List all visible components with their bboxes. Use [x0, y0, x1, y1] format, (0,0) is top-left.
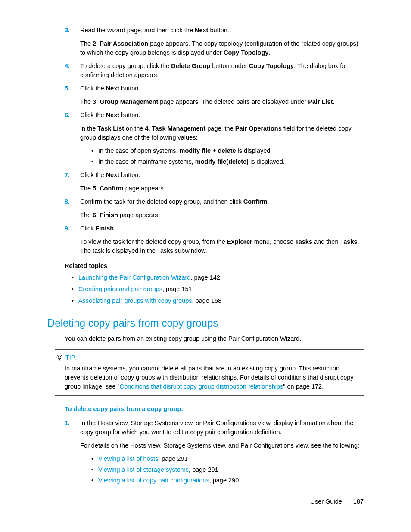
procedure-step: 4.To delete a copy group, click the Dele… [65, 62, 364, 80]
cross-reference-link[interactable]: Associating pair groups with copy groups [78, 297, 192, 304]
bullet-item: Viewing a list of copy pair configuratio… [91, 476, 364, 485]
related-topics-heading: Related topics [65, 261, 364, 271]
procedure-step: 9.Click Finish.To view the task for the … [65, 224, 364, 255]
step-text: Read the wizard page, and then click the… [80, 26, 364, 35]
cross-reference-link[interactable]: Viewing a list of storage systems [98, 466, 189, 473]
procedure-step: 1.In the Hosts view, Storage Systems vie… [65, 419, 364, 485]
step-followup: To view the task for the deleted copy gr… [80, 237, 364, 255]
procedure-step: 5.Click the Next button.The 3. Group Man… [65, 84, 364, 106]
procedure-step: 7.Click the Next button.The 5. Confirm p… [65, 171, 364, 193]
footer-page-number: 187 [353, 498, 364, 505]
svg-line-6 [57, 355, 58, 356]
tip-block: TIP: In mainframe systems, you cannot de… [55, 349, 364, 396]
procedure-step: 6.Click the Next button.In the Task List… [65, 111, 364, 166]
procedure-steps-a: 3.Read the wizard page, and then click t… [65, 26, 364, 255]
related-item: Launching the Pair Configuration Wizard,… [72, 273, 364, 282]
cross-reference-link[interactable]: Conditions that disrupt copy group distr… [120, 383, 283, 390]
cross-reference-link[interactable]: Viewing a list of copy pair configuratio… [98, 477, 209, 484]
related-item: Creating pairs and pair groups, page 151 [72, 285, 364, 294]
step-number: 6. [65, 111, 70, 120]
step-text: To delete a copy group, click the Delete… [80, 62, 364, 80]
step-text: Confirm the task for the deleted copy gr… [80, 197, 364, 206]
cross-reference-link[interactable]: Launching the Pair Configuration Wizard [78, 274, 190, 281]
step-followup: The 5. Confirm page appears. [80, 184, 364, 193]
step-followup: The 3. Group Management page appears. Th… [80, 97, 364, 106]
related-item: Associating pair groups with copy groups… [72, 296, 364, 305]
related-topics-list: Launching the Pair Configuration Wizard,… [72, 273, 364, 305]
step-text: In the Hosts view, Storage Systems view,… [80, 419, 364, 437]
step-text: Click the Next button. [80, 111, 364, 120]
step-text: Click the Next button. [80, 84, 364, 93]
cross-reference-link[interactable]: Viewing a list of hosts [98, 455, 158, 462]
step-number: 7. [65, 171, 70, 180]
tip-icon [56, 355, 63, 361]
bullet-item: In the case of open systems, modify file… [91, 146, 364, 156]
procedure-heading: To delete copy pairs from a copy group: [65, 404, 364, 414]
step-link-bullets: Viewing a list of hosts, page 291Viewing… [91, 454, 364, 485]
step-number: 5. [65, 84, 70, 93]
document-page: 3.Read the wizard page, and then click t… [0, 0, 411, 532]
step-number: 4. [65, 62, 70, 71]
svg-line-7 [61, 355, 62, 356]
step-text: Click Finish. [80, 224, 364, 233]
step-number: 9. [65, 224, 70, 233]
procedure-steps-b: 1.In the Hosts view, Storage Systems vie… [65, 419, 364, 485]
bullet-item: Viewing a list of hosts, page 291 [91, 454, 364, 464]
section-heading: Deleting copy pairs from copy groups [47, 316, 364, 331]
step-followup: For details on the Hosts view, Storage S… [80, 441, 364, 450]
step-text: Click the Next button. [80, 171, 364, 180]
tip-label: TIP: [65, 353, 77, 362]
step-number: 3. [65, 26, 70, 35]
bullet-item: In the case of mainframe systems, modify… [91, 157, 364, 166]
procedure-step: 8.Confirm the task for the deleted copy … [65, 197, 364, 220]
svg-point-0 [58, 356, 61, 359]
step-number: 8. [65, 197, 70, 206]
bullet-item: Viewing a list of storage systems, page … [91, 465, 364, 474]
section-intro: You can delete pairs from an existing co… [65, 334, 364, 343]
step-number: 1. [65, 419, 70, 428]
tip-text: In mainframe systems, you cannot delete … [65, 364, 364, 391]
cross-reference-link[interactable]: Creating pairs and pair groups [78, 286, 162, 292]
footer-label: User Guide [310, 498, 342, 505]
procedure-step: 3.Read the wizard page, and then click t… [65, 26, 364, 57]
step-bullets: In the case of open systems, modify file… [91, 146, 364, 166]
step-followup: The 2. Pair Association page appears. Th… [80, 39, 364, 57]
step-followup: In the Task List on the 4. Task Manageme… [80, 124, 364, 142]
page-footer: User Guide 187 [310, 497, 364, 506]
step-followup: The 6. Finish page appears. [80, 211, 364, 220]
